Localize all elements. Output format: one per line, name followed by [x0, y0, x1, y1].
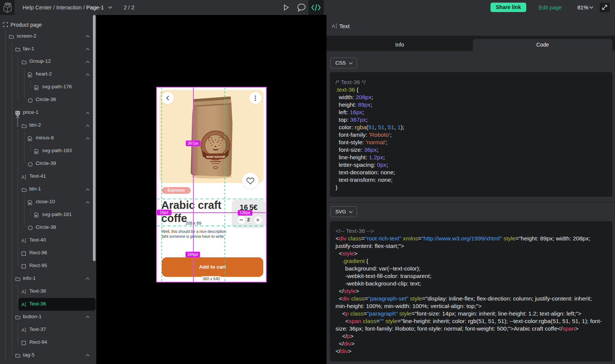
svg-text:A: A: [21, 302, 24, 307]
svg-text:A: A: [21, 289, 24, 294]
svg-text:A: A: [21, 328, 24, 332]
svg-text:A: A: [21, 238, 24, 243]
svg-text:A: A: [21, 175, 24, 180]
svg-text:A: A: [332, 23, 335, 29]
